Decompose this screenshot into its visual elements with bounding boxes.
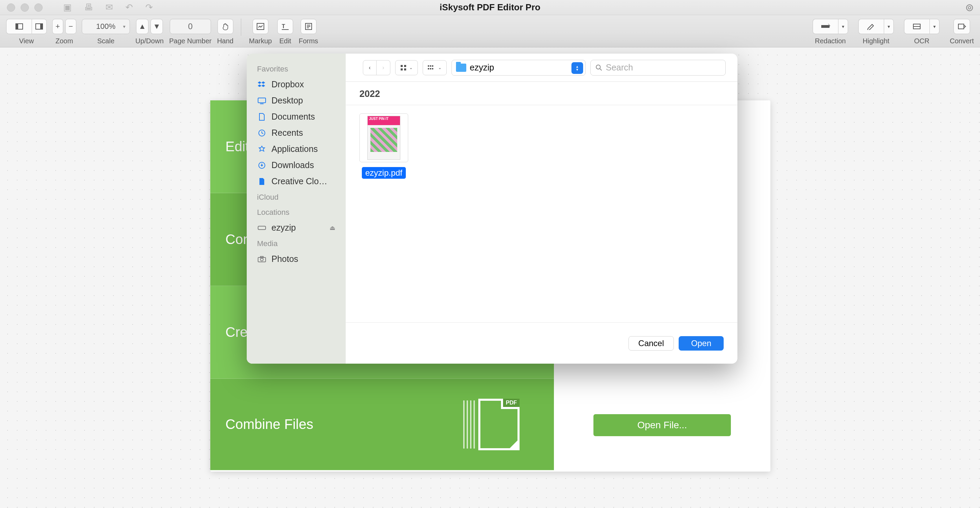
ocr-dropdown[interactable]: ▾ bbox=[929, 19, 939, 34]
close-window-button[interactable] bbox=[7, 3, 15, 12]
fullscreen-icon[interactable]: ⊚ bbox=[965, 2, 974, 13]
view-label: View bbox=[19, 37, 34, 45]
main-toolbar: View + − Zoom 100% Scale ▲ ▼ Up/Down 0 P… bbox=[0, 15, 980, 48]
redaction-dropdown[interactable]: ▾ bbox=[838, 19, 848, 34]
zoom-value-field[interactable]: 100% bbox=[82, 19, 130, 34]
sidebar-item-downloads[interactable]: Downloads bbox=[247, 157, 346, 173]
file-icon bbox=[257, 177, 267, 186]
convert-button[interactable] bbox=[953, 19, 970, 34]
sidebar-header-favorites: Favorites bbox=[247, 61, 346, 76]
sidebar-item-label: ezyzip bbox=[272, 223, 296, 233]
group-mode-select[interactable]: ⌄ bbox=[423, 60, 447, 75]
ocr-button[interactable] bbox=[904, 19, 929, 34]
file-thumbnail: JUST PIN IT bbox=[360, 113, 408, 162]
edit-label: Edit bbox=[279, 37, 291, 45]
sidebar-item-label: Photos bbox=[272, 254, 298, 264]
highlight-dropdown[interactable]: ▾ bbox=[884, 19, 894, 34]
desktop-icon bbox=[257, 96, 267, 105]
page-down-button[interactable]: ▼ bbox=[151, 19, 163, 34]
highlight-button[interactable] bbox=[858, 19, 884, 34]
svg-rect-1 bbox=[16, 24, 18, 29]
section-header: 2022 bbox=[346, 82, 737, 105]
forms-label: Forms bbox=[299, 37, 318, 45]
edit-button[interactable]: T bbox=[277, 19, 293, 34]
nav-back-button[interactable]: ‹ bbox=[363, 60, 377, 75]
scale-label: Scale bbox=[97, 37, 115, 45]
zoom-label: Zoom bbox=[55, 37, 73, 45]
document-icon bbox=[257, 112, 267, 122]
view-left-panel-button[interactable] bbox=[6, 19, 32, 34]
sidebar-item-ezyzip-drive[interactable]: ezyzip ⏏ bbox=[247, 220, 346, 236]
save-icon[interactable]: ▣ bbox=[63, 2, 72, 13]
sidebar-item-recents[interactable]: Recents bbox=[247, 125, 346, 141]
dialog-footer: Cancel Open bbox=[346, 322, 737, 364]
camera-icon bbox=[257, 254, 267, 264]
view-right-panel-button[interactable] bbox=[32, 19, 47, 34]
path-name: ezyzip bbox=[470, 62, 494, 73]
file-name-label: ezyzip.pdf bbox=[362, 167, 406, 179]
highlight-label: Highlight bbox=[863, 37, 889, 45]
svg-rect-3 bbox=[40, 24, 43, 29]
undo-icon[interactable]: ↶ bbox=[126, 2, 133, 13]
sidebar-item-label: Recents bbox=[272, 128, 303, 138]
view-mode-select[interactable]: ⌄ bbox=[395, 60, 418, 75]
download-icon bbox=[257, 161, 267, 170]
redaction-button[interactable] bbox=[813, 19, 838, 34]
zoom-out-button[interactable]: − bbox=[65, 19, 76, 34]
svg-rect-31 bbox=[430, 68, 431, 69]
forms-button[interactable] bbox=[301, 19, 317, 34]
maximize-window-button[interactable] bbox=[34, 3, 43, 12]
search-placeholder: Search bbox=[606, 62, 633, 73]
chevron-down-icon: ⌄ bbox=[409, 65, 413, 70]
pdf-badge: PDF bbox=[501, 399, 520, 409]
search-field[interactable]: Search bbox=[590, 60, 726, 76]
svg-rect-29 bbox=[432, 65, 433, 67]
file-item-ezyzip[interactable]: JUST PIN IT ezyzip.pdf bbox=[360, 113, 408, 179]
open-file-button[interactable]: Open File... bbox=[593, 414, 731, 436]
eject-icon[interactable]: ⏏ bbox=[329, 224, 336, 232]
sidebar-item-applications[interactable]: Applications bbox=[247, 141, 346, 157]
welcome-tile-combine[interactable]: Combine Files PDF bbox=[210, 379, 554, 470]
print-icon[interactable]: 🖶 bbox=[84, 2, 93, 13]
sidebar-item-label: Applications bbox=[272, 144, 318, 154]
thumb-header-text: JUST PIN IT bbox=[369, 117, 389, 121]
toolbar-separator bbox=[241, 19, 241, 36]
redaction-label: Redaction bbox=[815, 37, 846, 45]
titlebar-quickactions: ▣ 🖶 ✉ ↶ ↷ bbox=[43, 2, 153, 13]
svg-rect-19 bbox=[258, 226, 266, 229]
svg-rect-30 bbox=[428, 68, 429, 69]
sidebar-item-documents[interactable]: Documents bbox=[247, 108, 346, 125]
app-title: iSkysoft PDF Editor Pro bbox=[439, 2, 540, 13]
sidebar-item-creative-cloud[interactable]: Creative Clo… bbox=[247, 173, 346, 190]
svg-rect-25 bbox=[401, 68, 403, 70]
sidebar-item-label: Creative Clo… bbox=[272, 176, 328, 186]
files-area: JUST PIN IT ezyzip.pdf bbox=[346, 105, 737, 322]
sidebar-item-desktop[interactable]: Desktop bbox=[247, 92, 346, 108]
sidebar-item-photos[interactable]: Photos bbox=[247, 251, 346, 267]
traffic-lights bbox=[0, 3, 43, 12]
markup-button[interactable] bbox=[253, 19, 268, 34]
redo-icon[interactable]: ↷ bbox=[145, 2, 153, 13]
nav-forward-button[interactable]: › bbox=[377, 60, 390, 75]
svg-line-34 bbox=[600, 69, 602, 70]
dialog-sidebar: Favorites Dropbox Desktop Documents Rece… bbox=[247, 54, 346, 364]
hand-tool-button[interactable] bbox=[218, 19, 233, 34]
svg-rect-32 bbox=[432, 68, 433, 69]
sidebar-item-label: Documents bbox=[272, 112, 315, 122]
path-selector[interactable]: ezyzip ▴▾ bbox=[452, 60, 585, 76]
page-up-button[interactable]: ▲ bbox=[136, 19, 148, 34]
svg-rect-27 bbox=[428, 65, 429, 67]
welcome-tile-edit-label: Edit bbox=[226, 139, 249, 154]
sidebar-item-dropbox[interactable]: Dropbox bbox=[247, 76, 346, 92]
hand-label: Hand bbox=[217, 37, 234, 45]
svg-rect-15 bbox=[258, 98, 266, 103]
titlebar: ▣ 🖶 ✉ ↶ ↷ iSkysoft PDF Editor Pro ⊚ bbox=[0, 0, 980, 15]
open-button[interactable]: Open bbox=[679, 336, 724, 350]
zoom-in-button[interactable]: + bbox=[52, 19, 63, 34]
minimize-window-button[interactable] bbox=[21, 3, 29, 12]
sidebar-header-locations: Locations bbox=[247, 204, 346, 220]
page-number-field[interactable]: 0 bbox=[170, 19, 211, 34]
svg-text:T: T bbox=[282, 23, 285, 29]
mail-icon[interactable]: ✉ bbox=[105, 2, 113, 13]
cancel-button[interactable]: Cancel bbox=[628, 336, 674, 350]
